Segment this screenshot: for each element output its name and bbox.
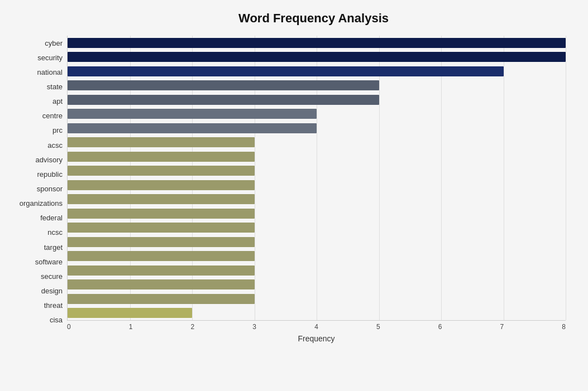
y-label: software — [6, 258, 63, 266]
x-tick: 3 — [252, 323, 256, 331]
bar — [68, 223, 255, 233]
bar-row — [68, 165, 566, 177]
grid-line — [130, 36, 131, 320]
x-tick: 6 — [438, 323, 442, 331]
bar — [68, 180, 255, 190]
bar — [68, 308, 192, 318]
chart-title: Word Frequency Analysis — [6, 11, 566, 26]
bar-row — [68, 65, 566, 78]
bar — [68, 66, 504, 76]
y-labels: cybersecuritynationalstateaptcentreprcac… — [6, 36, 67, 343]
bar-row — [68, 250, 566, 262]
x-tick: 0 — [67, 323, 71, 331]
bar — [68, 294, 255, 304]
x-tick: 5 — [376, 323, 380, 331]
y-label: sponsor — [6, 185, 63, 192]
plot-area: 012345678 Frequency — [67, 36, 566, 343]
x-tick: 2 — [191, 323, 195, 331]
x-tick: 1 — [129, 323, 133, 331]
bar — [68, 38, 566, 48]
grid-line — [255, 36, 255, 320]
y-label: organizations — [6, 200, 63, 207]
bars-wrapper — [67, 36, 566, 321]
bar — [68, 194, 255, 204]
y-label: threat — [6, 302, 63, 309]
chart-area: cybersecuritynationalstateaptcentreprcac… — [6, 36, 566, 343]
y-label: cisa — [6, 316, 63, 324]
x-axis: 012345678 — [67, 321, 566, 331]
grid-line — [379, 36, 380, 320]
bar-row — [68, 79, 566, 91]
grid-line — [504, 36, 504, 320]
bar-row — [68, 236, 566, 248]
bar — [68, 266, 255, 276]
y-label: prc — [6, 127, 63, 134]
y-label: national — [6, 69, 63, 76]
x-tick: 4 — [314, 323, 318, 331]
bar — [68, 137, 255, 147]
bar-row — [68, 94, 566, 106]
bar — [68, 166, 255, 176]
bar-row — [68, 278, 566, 291]
bar — [68, 209, 255, 219]
bar-row — [68, 307, 566, 319]
bar — [68, 123, 317, 133]
bar-row — [68, 151, 566, 163]
y-label: target — [6, 244, 63, 251]
x-tick: 7 — [500, 323, 504, 331]
y-label: design — [6, 287, 63, 295]
bar-row — [68, 108, 566, 120]
bar-row — [68, 122, 566, 134]
bar-row — [68, 193, 566, 205]
bar-row — [68, 221, 566, 234]
bar-row — [68, 37, 566, 49]
bar-row — [68, 207, 566, 220]
y-label: ncsc — [6, 229, 63, 236]
bar — [68, 52, 566, 62]
grid-line — [192, 36, 193, 320]
bar — [68, 237, 255, 247]
bar-row — [68, 264, 566, 277]
bar — [68, 251, 255, 261]
bar-row — [68, 51, 566, 63]
bar-row — [68, 136, 566, 148]
bar — [68, 279, 255, 289]
y-label: republic — [6, 171, 63, 178]
bar — [68, 152, 255, 162]
y-label: apt — [6, 98, 63, 105]
grid-line — [566, 36, 566, 320]
bar — [68, 95, 379, 105]
grid-line — [441, 36, 442, 320]
y-label: security — [6, 54, 63, 61]
y-label: centre — [6, 112, 63, 119]
chart-container: Word Frequency Analysis cybersecuritynat… — [0, 0, 588, 391]
bar — [68, 109, 317, 119]
grid-lines — [68, 36, 566, 320]
bar-row — [68, 179, 566, 191]
bar — [68, 80, 379, 90]
y-label: secure — [6, 273, 63, 280]
y-label: federal — [6, 214, 63, 221]
x-axis-label: Frequency — [67, 334, 566, 343]
bar-row — [68, 293, 566, 305]
y-label: advisory — [6, 156, 63, 163]
y-label: cyber — [6, 40, 63, 47]
grid-line — [317, 36, 317, 320]
y-label: acsc — [6, 142, 63, 149]
x-tick: 8 — [562, 323, 566, 331]
y-label: state — [6, 83, 63, 90]
